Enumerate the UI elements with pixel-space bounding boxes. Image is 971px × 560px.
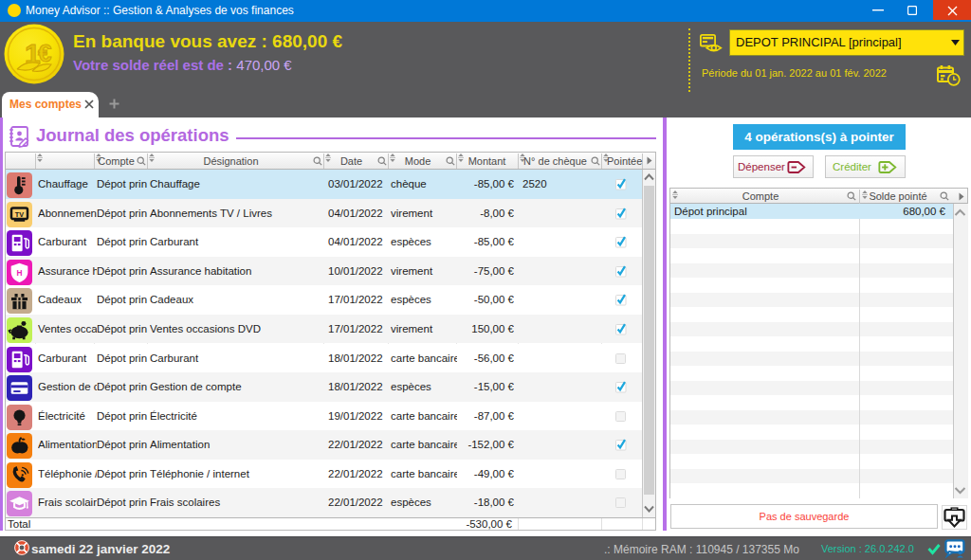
svg-text:H: H — [17, 267, 23, 277]
svg-text:TV: TV — [15, 209, 24, 218]
